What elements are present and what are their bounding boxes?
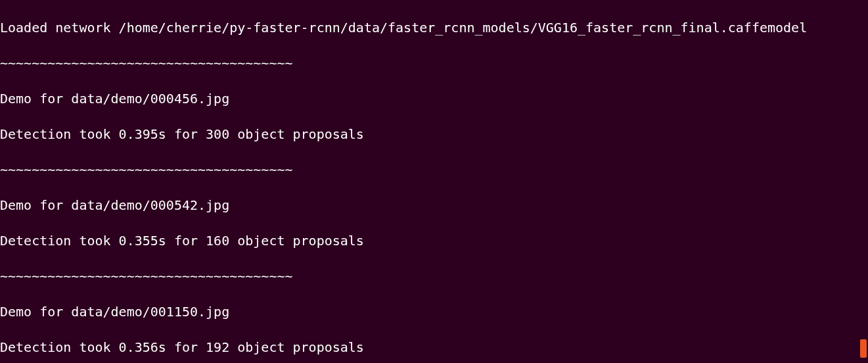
- separator-line: ~~~~~~~~~~~~~~~~~~~~~~~~~~~~~~~~~~~~~: [0, 268, 868, 285]
- separator-line: ~~~~~~~~~~~~~~~~~~~~~~~~~~~~~~~~~~~~~: [0, 55, 868, 72]
- detection-line: Detection took 0.395s for 300 object pro…: [0, 126, 868, 143]
- detection-line: Detection took 0.355s for 160 object pro…: [0, 232, 868, 250]
- detection-line: Detection took 0.356s for 192 object pro…: [0, 339, 868, 356]
- demo-line: Demo for data/demo/001150.jpg: [0, 303, 868, 321]
- demo-line: Demo for data/demo/000456.jpg: [0, 90, 868, 108]
- demo-line: Demo for data/demo/000542.jpg: [0, 197, 868, 214]
- separator-line: ~~~~~~~~~~~~~~~~~~~~~~~~~~~~~~~~~~~~~: [0, 161, 868, 179]
- scrollbar-thumb[interactable]: [860, 339, 867, 358]
- terminal-output[interactable]: Loaded network /home/cherrie/py-faster-r…: [0, 1, 868, 363]
- loaded-network-line: Loaded network /home/cherrie/py-faster-r…: [0, 19, 868, 37]
